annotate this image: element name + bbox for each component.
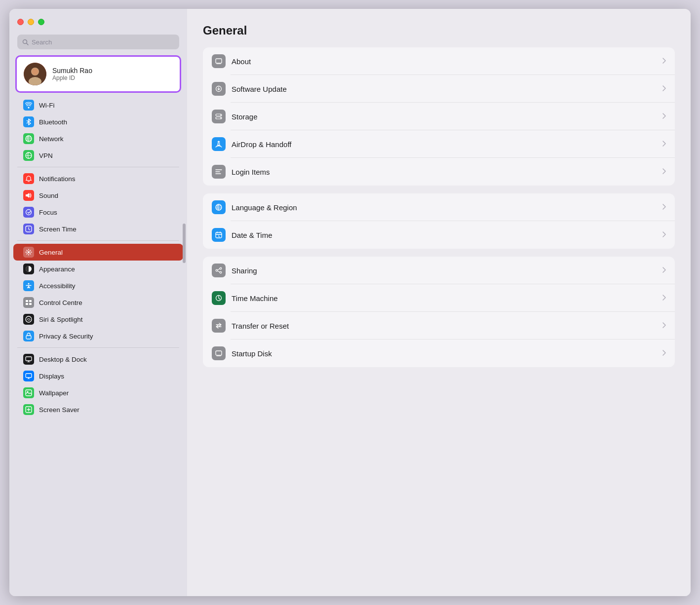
svg-rect-14: [26, 303, 28, 305]
sidebar-item-privacy[interactable]: Privacy & Security: [13, 328, 183, 344]
sidebar-sections: Wi-FiBluetoothNetworkVPNNotificationsSou…: [9, 97, 187, 418]
svg-point-27: [220, 114, 221, 115]
sidebar-item-screensaver[interactable]: Screen Saver: [13, 401, 183, 418]
chevron-right-icon: [662, 231, 666, 239]
close-button[interactable]: [17, 19, 24, 25]
svg-rect-13: [29, 300, 32, 302]
sidebar-item-wifi-label: Wi-Fi: [39, 102, 54, 109]
svg-point-16: [26, 316, 32, 322]
sidebar-item-notifications[interactable]: Notifications: [13, 170, 183, 187]
svg-point-28: [220, 117, 221, 118]
svg-point-29: [218, 143, 220, 145]
loginitems-icon: [212, 165, 226, 179]
apple-id-info: Sumukh Rao Apple ID: [52, 67, 92, 81]
search-icon: [22, 39, 29, 45]
sidebar-item-screentime[interactable]: Screen Time: [13, 221, 183, 237]
sidebar-item-focus[interactable]: Focus: [13, 204, 183, 221]
settings-row-time-machine[interactable]: Time Machine: [203, 284, 675, 312]
apple-id-name: Sumukh Rao: [52, 67, 92, 75]
maximize-button[interactable]: [38, 19, 44, 25]
sharing-icon: [212, 264, 226, 277]
row-label-transfer-reset: Transfer or Reset: [232, 322, 662, 330]
svg-rect-19: [26, 374, 32, 378]
row-label-storage: Storage: [232, 113, 662, 121]
sidebar-item-displays-label: Displays: [39, 373, 64, 380]
svg-point-5: [32, 68, 39, 75]
sidebar-item-sound-label: Sound: [39, 192, 58, 199]
row-label-sharing: Sharing: [232, 266, 662, 275]
chevron-right-icon: [662, 113, 666, 120]
settings-row-startup-disk[interactable]: Startup Disk: [203, 340, 675, 367]
row-label-startup-disk: Startup Disk: [232, 349, 662, 358]
settings-row-transfer-reset[interactable]: Transfer or Reset: [203, 312, 675, 340]
sidebar-item-controlcentre[interactable]: Control Centre: [13, 294, 183, 311]
settings-row-airdrop-handoff[interactable]: AirDrop & Handoff: [203, 130, 675, 158]
sidebar-item-screensaver-label: Screen Saver: [39, 406, 79, 414]
storage-icon: [212, 110, 226, 123]
apple-id-card[interactable]: Sumukh Rao Apple ID: [15, 55, 181, 93]
scrollbar-track[interactable]: [183, 68, 186, 586]
settings-group: SharingTime MachineTransfer or ResetStar…: [203, 257, 675, 367]
row-label-language-region: Language & Region: [232, 203, 662, 212]
row-label-airdrop-handoff: AirDrop & Handoff: [232, 140, 662, 149]
settings-row-software-update[interactable]: Software Update: [203, 75, 675, 103]
settings-row-language-region[interactable]: Language & Region: [203, 193, 675, 221]
page-title: General: [203, 24, 675, 38]
chevron-right-icon: [662, 266, 666, 274]
chevron-right-icon: [662, 349, 666, 357]
sidebar-item-network[interactable]: Network: [13, 130, 183, 147]
row-label-login-items: Login Items: [232, 168, 662, 176]
sidebar: Search Sumukh Rao Apple ID Wi-FiBluetoot…: [9, 9, 187, 596]
chevron-right-icon: [662, 57, 666, 65]
sidebar-item-vpn[interactable]: VPN: [13, 147, 183, 164]
settings-row-date-time[interactable]: Date & Time: [203, 221, 675, 249]
svg-point-11: [28, 283, 30, 285]
bt-icon: [23, 116, 34, 127]
sidebar-item-accessibility-label: Accessibility: [39, 282, 76, 290]
sidebar-item-wifi[interactable]: Wi-Fi: [13, 97, 183, 113]
settings-groups: AboutSoftware UpdateStorageAirDrop & Han…: [203, 47, 675, 367]
sidebar-item-sound[interactable]: Sound: [13, 187, 183, 204]
screensaver-icon: [23, 404, 34, 415]
sidebar-item-desktop[interactable]: Desktop & Dock: [13, 351, 183, 368]
sidebar-item-appearance[interactable]: Appearance: [13, 261, 183, 277]
sidebar-item-general[interactable]: General: [13, 244, 183, 261]
apple-id-subtitle: Apple ID: [52, 75, 92, 81]
sidebar-item-siri[interactable]: Siri & Spotlight: [13, 311, 183, 328]
sidebar-item-appearance-label: Appearance: [39, 265, 75, 273]
search-placeholder: Search: [32, 38, 52, 46]
svg-rect-17: [26, 336, 31, 339]
notif-icon: [23, 173, 34, 184]
sidebar-item-focus-label: Focus: [39, 209, 57, 216]
general-icon: [23, 247, 34, 258]
about-icon: [212, 54, 226, 68]
minimize-button[interactable]: [28, 19, 34, 25]
settings-row-login-items[interactable]: Login Items: [203, 158, 675, 186]
sidebar-item-wallpaper[interactable]: Wallpaper: [13, 384, 183, 401]
settings-group: AboutSoftware UpdateStorageAirDrop & Han…: [203, 47, 675, 186]
row-label-software-update: Software Update: [232, 85, 662, 93]
search-bar[interactable]: Search: [17, 35, 179, 49]
focus-icon: [23, 207, 34, 218]
titlebar: [9, 9, 187, 35]
sidebar-item-accessibility[interactable]: Accessibility: [13, 277, 183, 294]
sidebar-item-bluetooth-label: Bluetooth: [39, 118, 67, 126]
startup-icon: [212, 346, 226, 360]
settings-group: Language & RegionDate & Time: [203, 193, 675, 249]
wallpaper-icon: [23, 387, 34, 398]
sidebar-item-displays[interactable]: Displays: [13, 368, 183, 384]
svg-point-9: [28, 251, 30, 253]
sidebar-item-general-label: General: [39, 249, 63, 256]
settings-row-about[interactable]: About: [203, 47, 675, 75]
svg-rect-18: [26, 357, 32, 361]
sound-icon: [23, 190, 34, 201]
scrollbar-thumb[interactable]: [183, 224, 186, 263]
chevron-right-icon: [662, 294, 666, 302]
svg-rect-12: [26, 300, 28, 302]
settings-row-sharing[interactable]: Sharing: [203, 257, 675, 284]
row-label-about: About: [232, 57, 662, 66]
datetime-icon: [212, 228, 226, 242]
settings-row-storage[interactable]: Storage: [203, 103, 675, 130]
sidebar-item-controlcentre-label: Control Centre: [39, 299, 82, 306]
sidebar-item-bluetooth[interactable]: Bluetooth: [13, 113, 183, 130]
